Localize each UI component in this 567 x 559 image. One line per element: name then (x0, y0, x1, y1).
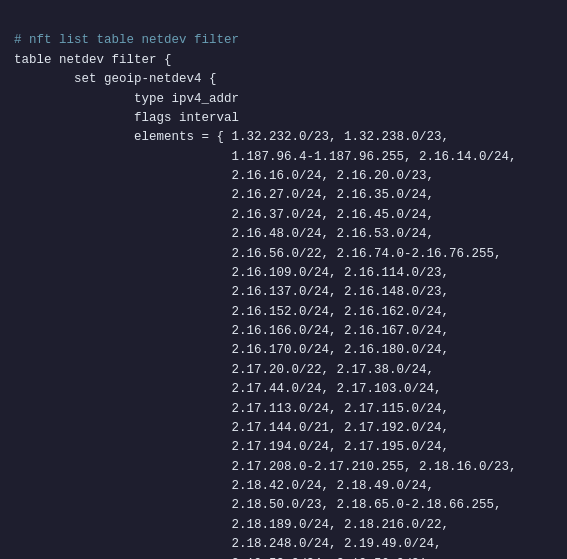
line-1: # nft list table netdev filter (14, 33, 239, 47)
code-content: # nft list table netdev filter table net… (14, 12, 553, 559)
line-7: 1.187.96.4-1.187.96.255, 2.16.14.0/24, (14, 150, 517, 164)
line-24: 2.18.42.0/24, 2.18.49.0/24, (14, 479, 434, 493)
line-11: 2.16.48.0/24, 2.16.53.0/24, (14, 227, 434, 241)
line-13: 2.16.109.0/24, 2.16.114.0/23, (14, 266, 449, 280)
line-10: 2.16.37.0/24, 2.16.45.0/24, (14, 208, 434, 222)
line-17: 2.16.170.0/24, 2.16.180.0/24, (14, 343, 449, 357)
line-15: 2.16.152.0/24, 2.16.162.0/24, (14, 305, 449, 319)
line-20: 2.17.113.0/24, 2.17.115.0/24, (14, 402, 449, 416)
line-22: 2.17.194.0/24, 2.17.195.0/24, (14, 440, 449, 454)
line-27: 2.18.248.0/24, 2.19.49.0/24, (14, 537, 442, 551)
line-18: 2.17.20.0/22, 2.17.38.0/24, (14, 363, 434, 377)
line-6: elements = { 1.32.232.0/23, 1.32.238.0/2… (14, 130, 449, 144)
line-14: 2.16.137.0/24, 2.16.148.0/23, (14, 285, 449, 299)
line-5: flags interval (14, 111, 239, 125)
line-9: 2.16.27.0/24, 2.16.35.0/24, (14, 188, 434, 202)
line-25: 2.18.50.0/23, 2.18.65.0-2.18.66.255, (14, 498, 502, 512)
line-4: type ipv4_addr (14, 92, 239, 106)
line-8: 2.16.16.0/24, 2.16.20.0/23, (14, 169, 434, 183)
terminal-window: # nft list table netdev filter table net… (0, 0, 567, 559)
line-23: 2.17.208.0-2.17.210.255, 2.18.16.0/23, (14, 460, 517, 474)
line-21: 2.17.144.0/21, 2.17.192.0/24, (14, 421, 449, 435)
line-2: table netdev filter { (14, 53, 172, 67)
line-16: 2.16.166.0/24, 2.16.167.0/24, (14, 324, 449, 338)
line-26: 2.18.189.0/24, 2.18.216.0/22, (14, 518, 449, 532)
line-19: 2.17.44.0/24, 2.17.103.0/24, (14, 382, 442, 396)
line-12: 2.16.56.0/22, 2.16.74.0-2.16.76.255, (14, 247, 502, 261)
line-3: set geoip-netdev4 { (14, 72, 217, 86)
